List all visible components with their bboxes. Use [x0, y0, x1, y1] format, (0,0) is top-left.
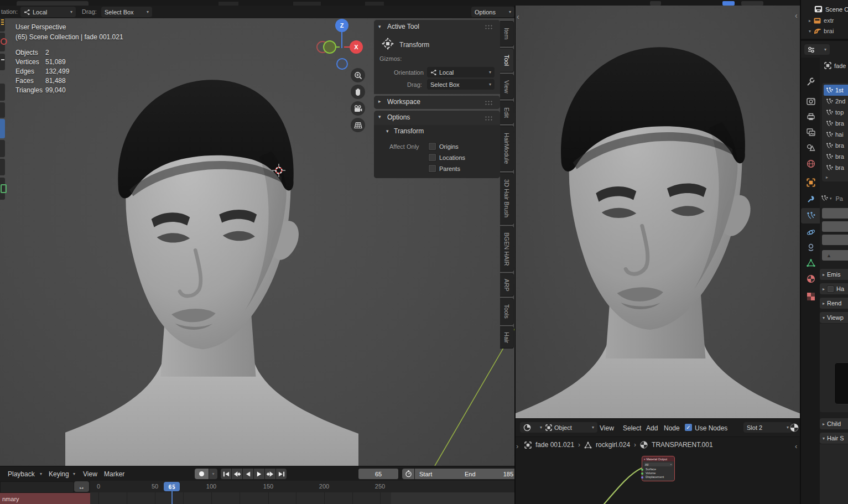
timeline-tracks[interactable] — [90, 492, 514, 504]
parents-checkbox[interactable] — [428, 164, 436, 173]
active-tool-header[interactable]: Active Tool — [387, 23, 419, 30]
expand-channels-button[interactable]: ↔ — [74, 481, 89, 492]
options-dropdown[interactable]: Options ▾ — [471, 7, 514, 17]
socket-displacement[interactable] — [641, 476, 643, 479]
emission-panel-header[interactable]: ▸ Emis — [820, 269, 848, 280]
jump-to-start-button[interactable] — [221, 469, 231, 479]
panel-grip[interactable] — [485, 116, 493, 121]
socket-volume[interactable] — [641, 472, 643, 475]
settings-name-field[interactable] — [822, 208, 848, 219]
locations-checkbox[interactable] — [428, 153, 436, 162]
particle-system-item[interactable]: top — [824, 107, 848, 118]
properties-editor-type-dropdown[interactable]: ▾ — [804, 44, 830, 55]
particle-system-item[interactable]: 1st — [824, 85, 848, 96]
preview-swatch[interactable] — [834, 362, 848, 404]
material-output-node[interactable]: ▾ Material Output All▾ Surface Volume Di… — [642, 456, 674, 481]
auto-keying-button[interactable] — [195, 469, 209, 479]
transform-subpanel-header[interactable]: Transform — [394, 127, 424, 135]
gizmo-axis-z[interactable]: Z — [335, 19, 348, 32]
children-panel-header[interactable]: ▸ Child — [820, 418, 848, 429]
settings-field[interactable] — [822, 221, 848, 232]
toolbar-fragment-active[interactable] — [0, 119, 5, 138]
particle-settings-label[interactable]: Pa — [836, 195, 843, 202]
marker-menu[interactable]: Marker — [104, 470, 124, 478]
head-model[interactable] — [514, 28, 801, 418]
settings-field[interactable] — [822, 235, 848, 245]
data-up-button[interactable]: ▲ — [822, 250, 848, 261]
keying-menu[interactable]: Keying — [49, 470, 69, 478]
particle-system-item[interactable]: 2nd — [824, 96, 848, 107]
particles-tab-active[interactable] — [801, 208, 820, 224]
tab-arp[interactable]: ARP — [500, 273, 514, 297]
navigation-gizmo[interactable]: Z X — [310, 17, 371, 77]
tab-3d-hair-brush[interactable]: 3D Hair Brush — [500, 173, 514, 225]
socket-surface[interactable] — [641, 469, 643, 471]
texture-tab-icon[interactable] — [807, 292, 815, 301]
toolbar-fragment[interactable] — [0, 178, 5, 200]
workspace-panel-header[interactable]: ▸ Workspace — [374, 96, 500, 109]
viewport-3d-right[interactable]: ‹ ‹ — [514, 6, 801, 418]
list-scroll-arrow-icon[interactable]: ▸ — [824, 175, 828, 180]
tab-bgen-hair[interactable]: BGEN HAIR — [500, 226, 514, 272]
hair-dynamics-checkbox[interactable] — [827, 285, 834, 293]
collapse-panel-chevron[interactable]: ‹ — [517, 12, 519, 21]
tool-tab-icon[interactable] — [807, 77, 815, 86]
np-orientation-dropdown[interactable]: Local ▾ — [427, 67, 495, 77]
keying-set-dropdown[interactable]: ▾ — [209, 469, 217, 479]
particle-settings-icon[interactable] — [821, 195, 828, 202]
disclosure-arrow-icon[interactable]: ▾ — [809, 29, 811, 34]
outliner-collection-extr[interactable]: extr — [824, 17, 834, 24]
tab-view[interactable]: View — [500, 74, 514, 99]
outliner-scene-collection[interactable]: Scene C — [825, 6, 848, 13]
pan-button[interactable] — [351, 85, 365, 99]
output-tab-icon[interactable] — [807, 113, 815, 121]
constraints-tab-icon[interactable] — [807, 243, 815, 252]
particle-system-item[interactable]: hai — [824, 129, 848, 140]
orientation-dropdown[interactable]: Local ▾ — [20, 7, 76, 17]
zoom-button[interactable] — [351, 68, 365, 82]
tab-tools[interactable]: Tools — [500, 298, 514, 325]
panel-grip[interactable] — [485, 24, 493, 29]
camera-view-button[interactable] — [351, 101, 365, 116]
frame-end-field[interactable]: End185 — [460, 469, 518, 479]
modifier-tab-icon[interactable] — [807, 195, 815, 204]
scene-tab-icon[interactable] — [807, 144, 815, 152]
particle-system-item[interactable]: bra — [824, 151, 848, 162]
tab-edit[interactable]: Edit — [500, 101, 514, 124]
summary-channel-row[interactable]: nmary — [0, 493, 90, 504]
collapse-arrow-icon[interactable]: ▾ — [378, 24, 381, 29]
tab-hair[interactable]: Hair — [500, 326, 514, 349]
timeline-ruler[interactable]: 0 50 100 150 200 250 65 — [90, 481, 514, 493]
toolbar-fragment[interactable] — [0, 159, 5, 175]
material-tab-icon[interactable] — [807, 274, 815, 283]
play-reverse-button[interactable] — [243, 469, 253, 479]
physics-tab-icon[interactable] — [807, 228, 815, 237]
view-layer-tab-icon[interactable] — [807, 128, 815, 136]
jump-to-end-button[interactable] — [276, 469, 287, 479]
collapse-arrow-icon[interactable]: ▾ — [378, 114, 381, 119]
ortho-toggle-button[interactable] — [351, 118, 365, 132]
tab-tool[interactable]: Tool — [500, 48, 514, 72]
viewport-display-panel-header[interactable]: ▾ Viewp — [820, 312, 848, 323]
toolbar-fragment[interactable] — [0, 102, 5, 118]
playback-menu[interactable]: Playback — [8, 470, 35, 478]
panel-grip[interactable] — [485, 100, 493, 105]
play-button[interactable] — [254, 469, 264, 479]
particle-system-item[interactable]: bra — [824, 162, 848, 173]
drag-dropdown[interactable]: Select Box ▾ — [101, 7, 152, 17]
disclosure-arrow-icon[interactable]: ▸ — [809, 18, 811, 23]
view-menu[interactable]: View — [83, 470, 97, 478]
toolbar-fragment[interactable] — [0, 54, 5, 70]
options-header[interactable]: Options — [387, 113, 410, 121]
node-target-dropdown[interactable]: All▾ — [644, 463, 673, 466]
channel-filter-field[interactable] — [0, 481, 74, 493]
hair-dynamics-panel-header[interactable]: ▸ Ha — [820, 283, 848, 294]
np-drag-dropdown[interactable]: Select Box ▾ — [427, 79, 495, 90]
use-preview-range-button[interactable] — [402, 469, 414, 479]
toolbar-fragment[interactable] — [0, 140, 5, 157]
properties-object-breadcrumb[interactable]: fade — [834, 63, 846, 69]
origins-checkbox[interactable] — [428, 142, 436, 150]
particle-system-item[interactable]: bra — [824, 118, 848, 129]
playhead[interactable] — [171, 483, 173, 504]
toolbar-fragment[interactable] — [0, 18, 5, 32]
